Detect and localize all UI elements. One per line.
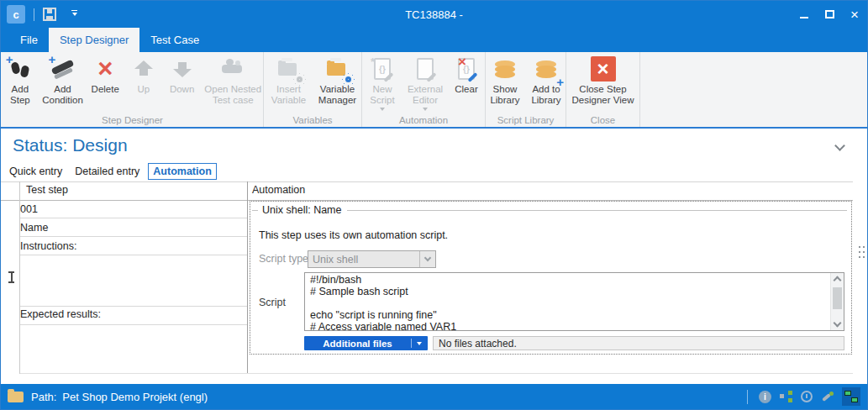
ribbon: + Add Step + Add Condition × Delete <box>1 52 867 129</box>
close-button[interactable]: × <box>842 1 867 28</box>
insert-variable-button[interactable]: Insert Variable <box>266 54 313 106</box>
app-window: c TC138884 - × File Step Designer Test C… <box>0 0 868 410</box>
tab-detailed-entry[interactable]: Detailed entry <box>71 164 144 179</box>
quick-access-dropdown-icon[interactable] <box>71 10 77 18</box>
tools-icon[interactable] <box>821 391 834 402</box>
network-status-icon[interactable] <box>842 387 860 406</box>
tab-quick-entry[interactable]: Quick entry <box>5 164 66 179</box>
external-editor-icon <box>411 54 439 84</box>
title-bar: c TC138884 - × <box>1 1 867 28</box>
tab-automation[interactable]: Automation <box>148 163 216 180</box>
script-group-title: Unix shell: Name <box>262 204 341 216</box>
show-library-button[interactable]: Show Library <box>486 54 524 106</box>
info-icon[interactable]: i <box>759 391 771 403</box>
test-step-number-cell[interactable]: 001 <box>20 203 247 215</box>
nested-test-case-icon <box>218 54 247 84</box>
row-separator <box>20 236 247 237</box>
new-script-icon: {} * <box>368 54 397 84</box>
minimize-button[interactable] <box>792 1 817 28</box>
column-divider <box>247 181 248 374</box>
up-button[interactable]: Up <box>126 54 161 106</box>
add-to-library-button[interactable]: + Add to Library <box>527 54 566 106</box>
add-condition-button[interactable]: + Add Condition <box>41 54 85 106</box>
row-separator <box>20 218 247 218</box>
script-scrollbar[interactable] <box>830 273 844 330</box>
script-type-label: Script type <box>259 253 308 265</box>
close-step-designer-view-button[interactable]: × Close Step Designer View <box>569 54 638 106</box>
row-separator <box>20 306 247 307</box>
open-nested-test-case-button[interactable]: Open Nested Test case <box>203 54 263 106</box>
instructions-label-cell[interactable]: Instructions: <box>20 240 247 252</box>
arrow-down-icon <box>168 54 197 84</box>
ribbon-group-variables: Insert Variable Variable Manager Variabl… <box>264 52 362 127</box>
maximize-button[interactable] <box>817 1 842 28</box>
collapse-chevron-icon[interactable] <box>834 140 845 151</box>
script-type-value: Unix shell <box>313 254 358 265</box>
text-cursor <box>8 271 15 283</box>
chevron-down-icon <box>419 251 435 267</box>
external-editor-button[interactable]: External Editor <box>404 54 446 113</box>
script-description: This step uses its own automation script… <box>259 229 448 241</box>
script-label: Script <box>259 297 286 308</box>
path-value: Pet Shop Demo Projekt (engl) <box>62 391 208 403</box>
files-status-field: No files attached. <box>433 336 844 350</box>
instructions-value-cell[interactable] <box>20 255 247 305</box>
status-heading: Status: Design <box>13 135 128 155</box>
main-content: Status: Design Quick entry Detailed entr… <box>1 130 867 384</box>
down-button[interactable]: Down <box>164 54 201 106</box>
close-view-icon: × <box>589 54 618 84</box>
window-title: TC138884 - <box>1 8 867 21</box>
script-type-select[interactable]: Unix shell <box>308 250 436 268</box>
group-label-close: Close <box>566 115 639 125</box>
status-bar: Path: Pet Shop Demo Projekt (engl) i <box>1 384 867 409</box>
add-step-icon: + <box>6 54 34 84</box>
ribbon-group-automation: {} * New Script External Editor <box>362 52 486 127</box>
new-script-button[interactable]: {} * New Script <box>363 54 402 113</box>
status-bar-icons: i <box>747 384 860 409</box>
ribbon-group-step-designer: + Add Step + Add Condition × Delete <box>2 52 264 127</box>
group-label-step-designer: Step Designer <box>2 115 263 125</box>
row-separator <box>20 324 247 325</box>
panel-splitter-handle[interactable] <box>859 246 865 258</box>
scroll-up-icon[interactable] <box>834 276 842 285</box>
tab-file[interactable]: File <box>9 28 49 52</box>
app-icon[interactable]: c <box>7 5 25 24</box>
tab-test-case[interactable]: Test Case <box>139 28 210 52</box>
script-content[interactable]: #!/bin/bash # Sample bash script echo "s… <box>310 274 827 333</box>
group-label-variables: Variables <box>264 115 361 125</box>
delete-icon: × <box>91 54 119 84</box>
additional-files-button[interactable]: Additional files <box>304 336 428 350</box>
dropdown-caret-icon <box>417 342 422 348</box>
test-step-name-cell[interactable]: Name <box>20 222 247 234</box>
ribbon-group-close: × Close Step Designer View Close <box>566 52 640 127</box>
ribbon-group-script-library: Show Library + Add to Library Script Lib… <box>486 52 566 127</box>
hierarchy-icon[interactable] <box>780 391 792 402</box>
row-separator <box>20 373 853 374</box>
dropdown-caret-icon <box>423 108 428 113</box>
database-icon <box>491 54 519 84</box>
scroll-down-icon[interactable] <box>834 319 842 328</box>
column-header-test-step: Test step <box>26 184 68 196</box>
clear-button[interactable]: {} × Clear <box>449 54 484 113</box>
add-step-button[interactable]: + Add Step <box>2 54 39 106</box>
dropdown-caret-icon <box>380 108 385 113</box>
insert-variable-icon <box>275 54 303 84</box>
scroll-thumb[interactable] <box>833 287 842 309</box>
clear-script-icon: {} × <box>452 54 481 84</box>
divider <box>34 8 34 21</box>
script-textarea[interactable]: #!/bin/bash # Sample bash script echo "s… <box>304 272 844 331</box>
save-icon[interactable] <box>43 8 56 21</box>
automation-cell[interactable]: Unix shell: Name This step uses its own … <box>250 201 852 355</box>
delete-button[interactable]: × Delete <box>87 54 124 106</box>
expected-results-cell[interactable]: Expected results: <box>20 308 247 320</box>
folder-icon <box>8 392 24 402</box>
group-label-script-library: Script Library <box>486 115 566 125</box>
arrow-up-icon <box>129 54 158 84</box>
history-icon[interactable] <box>801 391 813 402</box>
variable-manager-button[interactable]: Variable Manager <box>315 54 360 106</box>
tab-step-designer[interactable]: Step Designer <box>49 28 139 52</box>
script-groupbox-legend: Unix shell: Name <box>252 204 847 216</box>
entry-tabs: Quick entry Detailed entry Automation <box>5 163 217 180</box>
ribbon-tab-bar: File Step Designer Test Case <box>1 28 867 52</box>
add-condition-icon: + <box>49 54 77 84</box>
